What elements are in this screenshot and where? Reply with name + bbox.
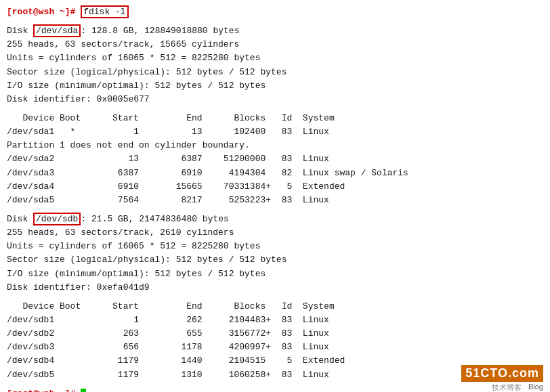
watermark-blog: Blog: [528, 383, 543, 392]
sdb-io-size: I/O size (minimum/optimal): 512 bytes / …: [7, 267, 543, 281]
sdb1-row: /dev/sdb1 1 262 2104483+ 83 Linux: [7, 313, 543, 327]
sda3-row: /dev/sda3 6387 6910 4194304 82 Linux swa…: [7, 167, 543, 180]
final-prompt-text: [root@wsh ~]#: [7, 389, 81, 392]
watermark-brand: 51CTO.com: [461, 365, 543, 382]
prompt-text: [root@wsh ~]#: [7, 7, 81, 17]
prompt-line: [root@wsh ~]# fdisk -l: [7, 5, 543, 19]
sdb2-row: /dev/sdb2 263 655 3156772+ 83 Linux: [7, 327, 543, 341]
command-text: fdisk -l: [81, 5, 128, 18]
sda-geometry: 255 heads, 63 sectors/track, 15665 cylin…: [7, 38, 543, 51]
watermark: 51CTO.com 技术博客 Blog: [461, 365, 543, 392]
sdb-geometry: 255 heads, 63 sectors/track, 2610 cylind…: [7, 226, 543, 240]
sda1-row: /dev/sda1 * 1 13 102400 83 Linux: [7, 125, 543, 139]
watermark-subtitle: 技术博客 Blog: [492, 383, 543, 392]
sda-header: Disk /dev/sda: 128.8 GB, 128849018880 by…: [7, 24, 543, 38]
terminal-window: [root@wsh ~]# fdisk -l Disk /dev/sda: 12…: [0, 0, 550, 392]
sdb-header: Disk /dev/sdb: 21.5 GB, 21474836480 byte…: [7, 213, 543, 226]
sda2-row: /dev/sda2 13 6387 51200000 83 Linux: [7, 152, 543, 166]
sda-sector-size: Sector size (logical/physical): 512 byte…: [7, 66, 543, 79]
sdb3-row: /dev/sdb3 656 1178 4200997+ 83 Linux: [7, 341, 543, 354]
sdb-table-header: Device Boot Start End Blocks Id System: [7, 300, 543, 313]
sda5-row: /dev/sda5 7564 8217 5253223+ 83 Linux: [7, 194, 543, 207]
sdb-units: Units = cylinders of 16065 * 512 = 82252…: [7, 240, 543, 253]
sda-device: /dev/sda: [33, 24, 81, 37]
sda-io-size: I/O size (minimum/optimal): 512 bytes / …: [7, 79, 543, 93]
sda4-row: /dev/sda4 6910 15665 70331384+ 5 Extende…: [7, 180, 543, 194]
sda-identifier: Disk identifier: 0x0005e677: [7, 93, 543, 106]
sda1-note: Partition 1 does not end on cylinder bou…: [7, 139, 543, 152]
sdb-device: /dev/sdb: [33, 213, 81, 225]
cursor: [81, 389, 86, 392]
sda-table-header: Device Boot Start End Blocks Id System: [7, 112, 543, 125]
sdb-sector-size: Sector size (logical/physical): 512 byte…: [7, 253, 543, 267]
sdb-identifier: Disk identifier: 0xefa041d9: [7, 281, 543, 295]
sda-units: Units = cylinders of 16065 * 512 = 82252…: [7, 51, 543, 65]
watermark-chinese: 技术博客: [492, 383, 522, 392]
